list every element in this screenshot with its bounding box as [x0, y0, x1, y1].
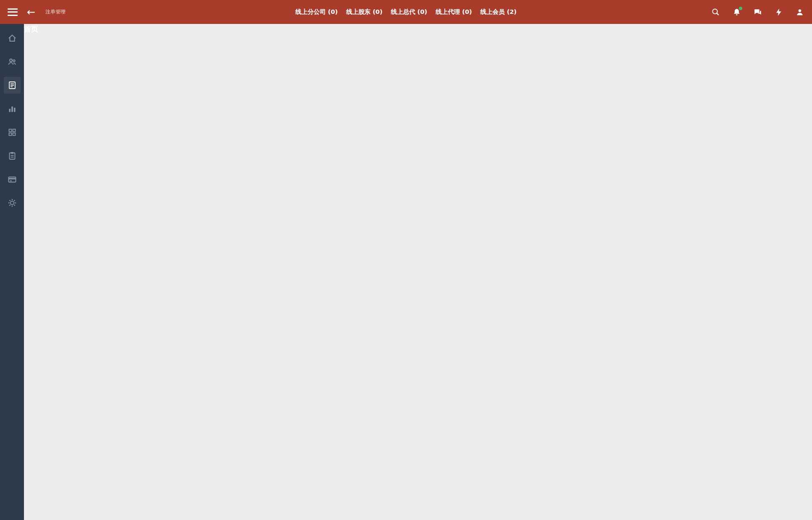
nav-item[interactable]: 线上分公司 (0)	[295, 8, 338, 16]
sidebar	[0, 24, 24, 520]
breadcrumb: 注单管理	[45, 8, 66, 16]
notification-badge	[739, 7, 742, 10]
sidebar-item-members[interactable]	[4, 53, 21, 70]
nav-item[interactable]: 线上总代 (0)	[391, 8, 427, 16]
top-bar: ← 注单管理 首页 线上分公司 (0)线上股东 (0)线上总代 (0)线上代理 …	[0, 0, 812, 24]
nav-item[interactable]: 线上代理 (0)	[435, 8, 472, 16]
search-icon[interactable]	[711, 8, 720, 17]
account-icon[interactable]	[795, 8, 804, 17]
flash-icon[interactable]	[774, 8, 783, 17]
header-nav: 线上分公司 (0)线上股东 (0)线上总代 (0)线上代理 (0)线上会员 (2…	[0, 8, 812, 16]
sidebar-item-records[interactable]	[4, 147, 21, 164]
back-arrow-icon[interactable]: ←	[27, 7, 35, 17]
nav-item[interactable]: 线上会员 (2)	[480, 8, 517, 16]
sidebar-item-settings[interactable]	[4, 194, 21, 211]
nav-item[interactable]: 线上股东 (0)	[346, 8, 382, 16]
page-title: 首页	[24, 24, 812, 520]
header-icons	[711, 8, 804, 17]
title-block: 注单管理 首页	[45, 8, 66, 16]
chat-icon[interactable]	[753, 8, 762, 17]
sidebar-item-modules[interactable]	[4, 124, 21, 141]
sidebar-item-billing[interactable]	[4, 171, 21, 188]
menu-icon[interactable]	[8, 8, 18, 16]
notifications-icon[interactable]	[732, 8, 741, 17]
sidebar-item-bet-orders[interactable]	[4, 77, 21, 94]
sidebar-item-home[interactable]	[4, 30, 21, 47]
sidebar-item-reports[interactable]	[4, 100, 21, 117]
